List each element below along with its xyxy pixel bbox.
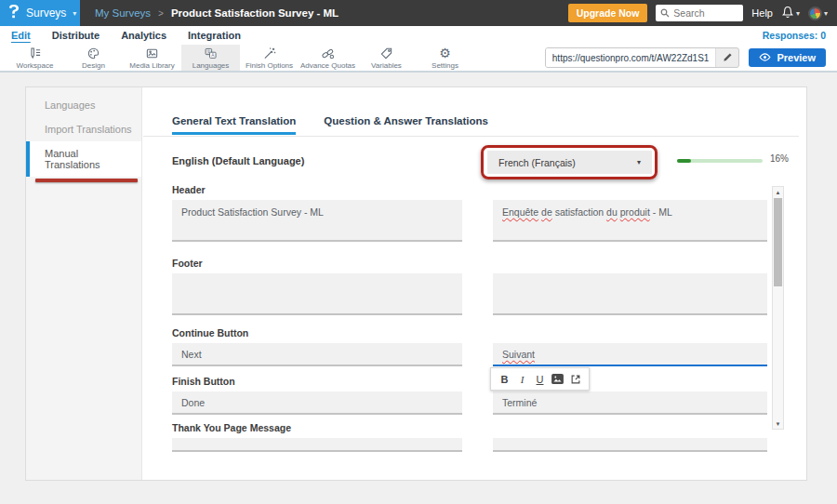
settings-icon: ⚙ [438,46,452,60]
sidebar-item-languages[interactable]: Languages [26,93,141,117]
tab-question-answer-translations[interactable]: Question & Answer Translations [324,115,488,135]
svg-text:文: 文 [206,49,210,54]
menu-item-integration[interactable]: Integration [188,30,241,41]
preview-button[interactable]: Preview [749,48,826,67]
insert-image-button[interactable] [549,371,566,387]
variables-icon [379,46,393,60]
toolbar-item-settings[interactable]: ⚙Settings [416,45,474,71]
toolbar-item-finish-options[interactable]: Finish Options [240,45,299,71]
avatar [808,7,822,20]
source-text-box[interactable]: Product Satisfaction Survey - ML [172,200,462,242]
bell-icon [781,5,794,22]
media-library-icon [145,46,159,60]
progress-fill [677,159,691,163]
translation-fields: HeaderProduct Satisfaction Survey - MLEn… [172,184,767,452]
toolbar-item-design[interactable]: Design [64,45,123,71]
field-label: Footer [172,258,767,269]
finish-options-icon [262,46,276,60]
translation-progress-bar [677,159,763,163]
menu-item-edit[interactable]: Edit [11,30,31,41]
workspace-icon [28,46,42,60]
insert-link-button[interactable] [566,371,584,387]
eye-icon [759,52,771,63]
target-language-dropdown[interactable]: French (Français) ▾ [487,151,652,174]
annotation-underline [35,179,138,182]
toolbar-item-media-library[interactable]: Media Library [123,45,181,71]
pencil-icon [723,49,733,66]
underline-button[interactable]: U [531,371,549,387]
toolbar-item-advance-quotas[interactable]: Advance Quotas [299,45,357,71]
top-bar-right: Upgrade Now Help ▾ ▾ [568,4,837,22]
survey-nav-menu: EditDistributeAnalyticsIntegration Respo… [0,26,837,45]
translation-text-box[interactable] [493,438,767,452]
survey-url[interactable]: https://questionpro.com/t/AW22Zd1S1 [546,48,717,67]
source-text-box[interactable] [172,273,462,315]
toolbar-item-label: Variables [371,61,402,70]
translation-text-box[interactable]: Terminé [493,391,767,415]
misspelled-word: Suivant [502,349,535,360]
translation-text-box[interactable]: Suivant [493,343,767,366]
insert-image-icon [551,374,564,384]
misspelled-word: produit [620,206,650,218]
target-language-value: French (Français) [498,157,576,168]
translations-sidebar: LanguagesImport TranslationsManual Trans… [26,87,142,480]
scrollbar-thumb[interactable] [774,198,782,286]
toolbar-right: https://questionpro.com/t/AW22Zd1S1 Prev… [545,45,837,71]
source-language-label: English (Default Language) [172,155,304,166]
toolbar-item-variables[interactable]: Variables [357,45,416,71]
tabs-divider [143,136,799,137]
translation-text-box[interactable] [493,273,767,315]
account-menu[interactable]: ▾ [808,7,828,20]
misspelled-word: du [606,206,618,218]
advance-quotas-icon [321,46,335,60]
responses-count[interactable]: Responses: 0 [763,30,826,41]
edit-url-button[interactable] [716,49,738,66]
toolbar-item-label: Media Library [129,61,174,70]
search-box[interactable] [656,5,743,21]
top-bar: Surveys ▾ My Surveys > Product Satisfact… [0,0,837,26]
surveys-product-menu[interactable]: Surveys ▾ [0,0,80,26]
scroll-up-arrow[interactable]: ▲ [773,187,783,197]
toolbar-item-label: Design [82,61,105,70]
search-input[interactable] [673,7,738,19]
toolbar-item-label: Advance Quotas [300,61,355,70]
field-row-header: HeaderProduct Satisfaction Survey - MLEn… [172,184,767,242]
source-text-box[interactable]: Next [172,343,462,366]
format-toolbar: BIU [490,367,590,391]
field-label: Finish Button [172,376,767,387]
field-row-continue-button: Continue ButtonNextSuivantBIU [172,327,767,366]
sidebar-item-manual-translations[interactable]: Manual Translations [26,141,141,177]
upgrade-now-button[interactable]: Upgrade Now [568,4,648,22]
field-label: Continue Button [172,327,767,338]
chevron-down-icon: ▾ [637,158,641,166]
vertical-scrollbar[interactable]: ▲ ▼ [772,186,784,430]
breadcrumb-my-surveys[interactable]: My Surveys [95,7,151,19]
toolbar-items: WorkspaceDesignMedia Library文ALanguagesF… [6,45,474,71]
breadcrumb-separator: > [158,8,164,19]
translations-main: General Text TranslationQuestion & Answe… [143,87,806,480]
field-label: Thank You Page Message [172,422,767,433]
menu-item-analytics[interactable]: Analytics [121,30,166,41]
tab-general-text-translation[interactable]: General Text Translation [172,115,296,135]
surveys-menu-label: Surveys [26,7,66,20]
translation-tabs: General Text TranslationQuestion & Answe… [172,115,488,135]
questionpro-logo-icon [8,4,20,22]
field-row-finish-button: Finish ButtonDoneTerminé [172,376,767,415]
field-label: Header [172,184,767,195]
source-text-box[interactable]: Done [172,391,462,415]
italic-button[interactable]: I [513,371,531,387]
sidebar-item-import-translations[interactable]: Import Translations [26,117,141,141]
toolbar-item-workspace[interactable]: Workspace [6,45,64,71]
scroll-down-arrow[interactable]: ▼ [773,418,783,429]
translation-text-box[interactable]: Enquête de satisfaction du produit - ML [493,200,767,242]
bold-button[interactable]: B [496,371,513,387]
translation-progress-percent: 16% [770,153,789,164]
source-text-box[interactable] [172,438,462,452]
chevron-down-icon: ▾ [796,9,800,18]
toolbar-item-languages[interactable]: 文ALanguages [181,45,240,71]
help-link[interactable]: Help [751,7,773,19]
survey-url-box: https://questionpro.com/t/AW22Zd1S1 [545,47,740,68]
notifications-menu[interactable]: ▾ [781,5,800,22]
field-row-thank-you-page-message: Thank You Page Message [172,422,767,452]
menu-item-distribute[interactable]: Distribute [52,30,100,41]
